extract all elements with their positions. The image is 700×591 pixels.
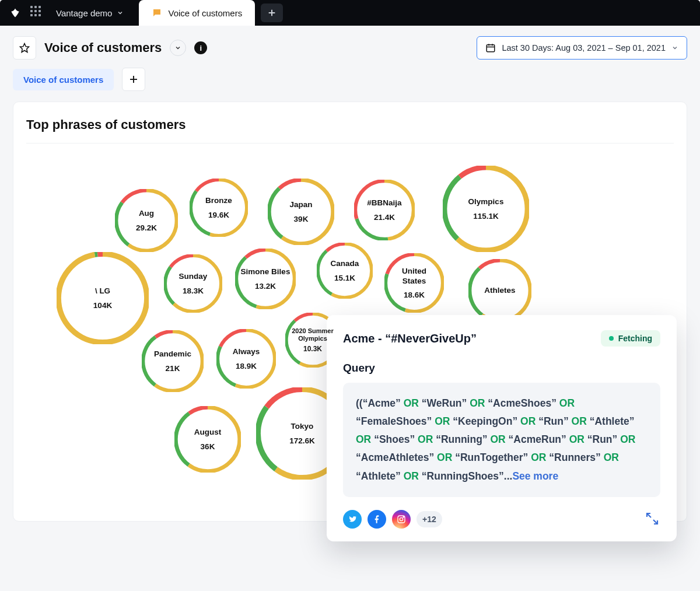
date-range-label: Last 30 Days: Aug 03, 2021 – Sep 01, 202… <box>502 43 666 53</box>
expand-button[interactable] <box>645 512 660 527</box>
bubble-count: 39K <box>294 215 309 223</box>
chevron-down-icon <box>671 44 678 51</box>
bubble-item[interactable]: Simone Biles13.2K <box>235 249 296 309</box>
bubble-item[interactable]: Olympics115.1K <box>443 166 529 252</box>
bubble-count: 19.6K <box>208 211 229 219</box>
svg-marker-2 <box>20 44 29 53</box>
svg-point-59 <box>403 516 404 517</box>
page-title: Voice of customers <box>44 40 162 55</box>
bubble-label: United States <box>384 267 444 285</box>
add-section-button[interactable] <box>122 68 145 91</box>
tab-label: Voice of customers <box>168 8 242 18</box>
date-range-picker[interactable]: Last 30 Days: Aug 03, 2021 – Sep 01, 202… <box>477 36 687 60</box>
bubble-item[interactable]: #BBNaija21.4K <box>354 180 415 240</box>
bubble-item[interactable]: Sunday18.3K <box>164 254 222 313</box>
bubble-count: 18.3K <box>183 286 204 295</box>
bubble-label: Always <box>228 347 265 356</box>
query-box: ((“Acme” OR “WeRun” OR “AcmeShoes” OR “F… <box>343 383 660 497</box>
query-detail-panel: Acme - “#NeverGiveUp” Fetching Query ((“… <box>327 315 677 541</box>
svg-point-24 <box>58 254 147 342</box>
title-dropdown[interactable] <box>170 40 186 56</box>
status-dot-icon <box>609 336 614 341</box>
bubble-item[interactable]: Pandemic21K <box>142 330 204 392</box>
page-header: Voice of customers i Last 30 Days: Aug 0… <box>0 26 700 65</box>
svg-rect-3 <box>487 45 495 52</box>
bubble-label: Olympics <box>464 197 509 207</box>
bubble-count: 115.1K <box>473 212 499 221</box>
panel-subtitle: Query <box>343 362 660 375</box>
bubble-count: 29.2K <box>136 223 157 232</box>
bubble-item[interactable]: August36K <box>174 406 241 473</box>
workspace-name: Vantage demo <box>56 8 112 18</box>
bubble-label: 2020 Summer Olympics <box>285 327 340 342</box>
calendar-icon <box>485 43 496 53</box>
bubble-label: Tokyo <box>286 422 318 431</box>
bubble-item[interactable]: Bronze19.6K <box>190 179 248 237</box>
bubble-item[interactable]: Canada15.1K <box>317 243 373 299</box>
bubble-count: 172.6K <box>289 436 315 445</box>
bubble-count: 21.4K <box>374 213 395 222</box>
bubble-label: Simone Biles <box>236 267 295 277</box>
bubble-label: \ LG <box>90 286 115 296</box>
expand-icon <box>645 512 659 526</box>
bubble-item[interactable]: \ LG104K <box>57 252 149 344</box>
svg-point-58 <box>400 517 402 520</box>
bubble-count: 10.3K <box>303 345 322 353</box>
bubble-count: 18.6K <box>404 291 425 299</box>
workspace-selector[interactable]: Vantage demo <box>56 8 124 18</box>
plus-icon <box>128 74 139 85</box>
plus-icon <box>267 8 276 18</box>
twitter-icon[interactable] <box>343 510 362 529</box>
bubble-item[interactable]: United States18.6K <box>384 253 444 313</box>
panel-title: Acme - “#NeverGiveUp” <box>343 332 477 345</box>
bubble-count: 15.1K <box>334 274 355 282</box>
social-sources: +12 <box>343 510 442 529</box>
bubble-label: Canada <box>326 259 364 268</box>
section-chips: Voice of customers <box>0 65 700 102</box>
status-badge: Fetching <box>601 330 660 347</box>
info-button[interactable]: i <box>194 41 207 54</box>
tab-voice-of-customers[interactable]: Voice of customers <box>139 0 255 26</box>
favorite-button[interactable] <box>13 36 36 60</box>
instagram-icon[interactable] <box>392 510 411 529</box>
facebook-icon[interactable] <box>368 510 386 529</box>
card-title: Top phrases of customers <box>26 117 674 144</box>
chevron-down-icon <box>117 9 124 16</box>
bubble-label: Pandemic <box>149 349 196 359</box>
star-icon <box>19 43 30 53</box>
bubble-label: Japan <box>285 200 317 209</box>
bubble-label: Bronze <box>201 196 237 205</box>
bubble-item[interactable]: Always18.9K <box>216 329 276 389</box>
bubble-item[interactable]: Japan39K <box>268 179 334 245</box>
bubble-label: Athletes <box>480 286 520 295</box>
status-label: Fetching <box>618 334 652 343</box>
logo-icon <box>8 6 22 20</box>
bubble-count: 104K <box>93 301 112 310</box>
bubble-label: Sunday <box>174 272 212 281</box>
chip-voice-of-customers[interactable]: Voice of customers <box>13 69 114 90</box>
chip-label: Voice of customers <box>23 75 103 85</box>
bubble-item[interactable]: Athletes <box>468 259 531 322</box>
bubble-count: 18.9K <box>236 362 257 370</box>
bubble-label: Aug <box>134 209 159 218</box>
chat-icon <box>152 8 162 18</box>
bubble-label: #BBNaija <box>362 198 406 208</box>
app-switcher-icon[interactable] <box>30 6 44 20</box>
topbar: Vantage demo Voice of customers <box>0 0 700 26</box>
bubble-count: 21K <box>166 364 180 373</box>
new-tab-button[interactable] <box>261 4 283 22</box>
bubble-count: 36K <box>201 442 215 451</box>
chevron-down-icon <box>174 44 181 51</box>
social-more-count[interactable]: +12 <box>416 511 442 527</box>
bubble-item[interactable]: Aug29.2K <box>115 189 178 252</box>
bubble-label: August <box>190 428 226 437</box>
see-more-link[interactable]: See more <box>512 470 558 482</box>
bubble-count: 13.2K <box>255 282 276 291</box>
